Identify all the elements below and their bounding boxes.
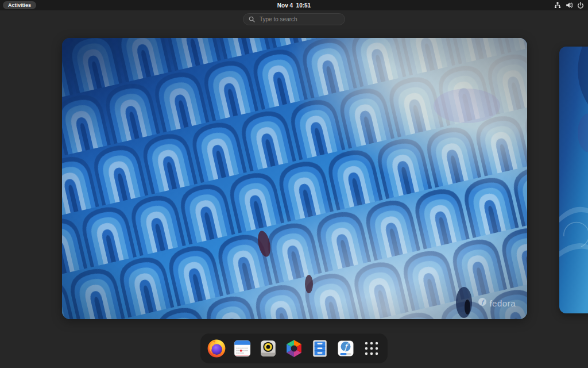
top-bar: Activities Nov 4 10:51: [0, 0, 588, 10]
calendar-icon: [233, 339, 252, 358]
dock-app-files[interactable]: [309, 337, 331, 360]
clock-menu[interactable]: Nov 4 10:51: [0, 0, 588, 10]
firefox-icon: [207, 339, 226, 358]
show-apps-grid-icon: [362, 339, 381, 358]
search-input[interactable]: [258, 16, 339, 23]
show-apps-button[interactable]: [361, 337, 382, 360]
files-cabinet-icon: [310, 339, 330, 358]
clock-text: Nov 4 10:51: [277, 2, 311, 9]
dock-app-music-player[interactable]: [257, 337, 279, 360]
search-icon: [249, 14, 255, 25]
photos-pinwheel-icon: [284, 339, 304, 358]
dock-app-fedora-media-writer[interactable]: ƒ: [335, 337, 357, 360]
dock-app-photos[interactable]: [283, 337, 305, 360]
search-bar[interactable]: [243, 13, 345, 25]
workspace-preview-next[interactable]: [559, 47, 588, 313]
dash-dock: ƒ: [200, 334, 388, 363]
wallpaper-marbled-art: [62, 38, 527, 319]
fedora-media-writer-icon: ƒ: [336, 339, 355, 358]
dock-app-firefox[interactable]: [206, 337, 227, 360]
wallpaper-swirl-art: [559, 47, 588, 313]
workspace-preview-active[interactable]: ƒ fedora: [62, 38, 527, 319]
system-tray[interactable]: [554, 0, 584, 10]
dock-app-calendar[interactable]: [231, 337, 253, 360]
network-icon: [554, 2, 561, 9]
music-player-speaker-icon: [258, 339, 278, 358]
volume-icon: [566, 2, 572, 9]
power-icon: [577, 2, 584, 9]
